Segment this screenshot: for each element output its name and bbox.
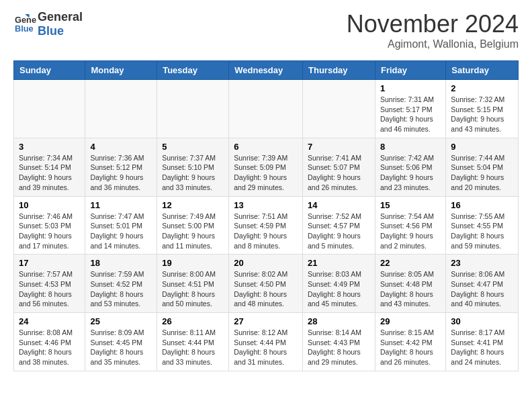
title-section: November 2024 Agimont, Wallonia, Belgium: [347, 10, 519, 50]
calendar-cell: 30Sunrise: 8:17 AMSunset: 4:41 PMDayligh…: [446, 313, 519, 371]
day-number: 6: [234, 142, 298, 152]
day-info: Sunrise: 8:05 AMSunset: 4:48 PMDaylight:…: [380, 269, 441, 309]
calendar-cell: 22Sunrise: 8:05 AMSunset: 4:48 PMDayligh…: [375, 255, 445, 313]
calendar-cell: 7Sunrise: 7:41 AMSunset: 5:07 PMDaylight…: [303, 138, 375, 196]
header-wednesday: Wednesday: [229, 61, 303, 80]
calendar-cell: [85, 80, 157, 138]
day-info: Sunrise: 7:52 AMSunset: 4:57 PMDaylight:…: [308, 212, 370, 251]
calendar-cell: 6Sunrise: 7:39 AMSunset: 5:09 PMDaylight…: [229, 138, 303, 196]
calendar-cell: 2Sunrise: 7:32 AMSunset: 5:15 PMDaylight…: [446, 80, 519, 138]
page: General Blue General Blue November 2024 …: [0, 0, 532, 381]
day-number: 2: [451, 83, 513, 93]
day-number: 8: [380, 142, 441, 152]
calendar-cell: 20Sunrise: 8:02 AMSunset: 4:50 PMDayligh…: [229, 255, 303, 313]
calendar-cell: 17Sunrise: 7:57 AMSunset: 4:53 PMDayligh…: [14, 255, 85, 313]
day-number: 27: [234, 316, 298, 326]
calendar-cell: 11Sunrise: 7:47 AMSunset: 5:01 PMDayligh…: [85, 196, 157, 255]
day-number: 24: [19, 316, 80, 326]
logo: General Blue General Blue: [13, 10, 83, 38]
header-tuesday: Tuesday: [157, 61, 229, 80]
day-number: 4: [90, 142, 152, 152]
day-number: 1: [380, 83, 441, 93]
calendar-cell: 24Sunrise: 8:08 AMSunset: 4:46 PMDayligh…: [14, 313, 85, 371]
calendar-cell: [229, 80, 303, 138]
day-number: 5: [162, 142, 224, 152]
calendar-week-5: 24Sunrise: 8:08 AMSunset: 4:46 PMDayligh…: [14, 313, 519, 371]
day-info: Sunrise: 7:49 AMSunset: 5:00 PMDaylight:…: [162, 212, 224, 251]
day-number: 18: [90, 258, 152, 268]
day-info: Sunrise: 8:06 AMSunset: 4:47 PMDaylight:…: [451, 269, 513, 309]
calendar-cell: 8Sunrise: 7:42 AMSunset: 5:06 PMDaylight…: [375, 138, 445, 196]
day-number: 29: [380, 316, 441, 326]
header-thursday: Thursday: [303, 61, 375, 80]
day-info: Sunrise: 7:51 AMSunset: 4:59 PMDaylight:…: [234, 212, 298, 251]
day-number: 23: [451, 258, 513, 268]
calendar-cell: 27Sunrise: 8:12 AMSunset: 4:44 PMDayligh…: [229, 313, 303, 371]
calendar-cell: 16Sunrise: 7:55 AMSunset: 4:55 PMDayligh…: [446, 196, 519, 255]
day-info: Sunrise: 8:02 AMSunset: 4:50 PMDaylight:…: [234, 269, 298, 309]
day-info: Sunrise: 8:00 AMSunset: 4:51 PMDaylight:…: [162, 269, 224, 309]
day-number: 30: [451, 316, 513, 326]
calendar-cell: 18Sunrise: 7:59 AMSunset: 4:52 PMDayligh…: [85, 255, 157, 313]
logo-icon: General Blue: [15, 13, 36, 35]
day-info: Sunrise: 7:55 AMSunset: 4:55 PMDaylight:…: [451, 212, 513, 251]
day-info: Sunrise: 7:47 AMSunset: 5:01 PMDaylight:…: [90, 212, 152, 251]
day-number: 7: [308, 142, 370, 152]
header-friday: Friday: [375, 61, 445, 80]
month-title: November 2024: [347, 10, 519, 38]
day-info: Sunrise: 7:32 AMSunset: 5:15 PMDaylight:…: [451, 95, 513, 134]
day-number: 11: [90, 200, 152, 210]
day-number: 28: [308, 316, 370, 326]
header-saturday: Saturday: [446, 61, 519, 80]
calendar-cell: 28Sunrise: 8:14 AMSunset: 4:43 PMDayligh…: [303, 313, 375, 371]
day-info: Sunrise: 7:31 AMSunset: 5:17 PMDaylight:…: [380, 95, 441, 134]
calendar-cell: [14, 80, 85, 138]
day-number: 25: [90, 316, 152, 326]
calendar-cell: 4Sunrise: 7:36 AMSunset: 5:12 PMDaylight…: [85, 138, 157, 196]
day-info: Sunrise: 8:11 AMSunset: 4:44 PMDaylight:…: [162, 328, 224, 367]
day-number: 22: [380, 258, 441, 268]
location: Agimont, Wallonia, Belgium: [347, 38, 519, 50]
calendar-header-row: Sunday Monday Tuesday Wednesday Thursday…: [14, 61, 519, 80]
day-info: Sunrise: 7:57 AMSunset: 4:53 PMDaylight:…: [19, 269, 80, 309]
calendar-week-2: 3Sunrise: 7:34 AMSunset: 5:14 PMDaylight…: [14, 138, 519, 196]
svg-text:Blue: Blue: [15, 24, 34, 34]
day-info: Sunrise: 7:37 AMSunset: 5:10 PMDaylight:…: [162, 153, 224, 193]
day-number: 12: [162, 200, 224, 210]
calendar-cell: 23Sunrise: 8:06 AMSunset: 4:47 PMDayligh…: [446, 255, 519, 313]
day-number: 16: [451, 200, 513, 210]
day-info: Sunrise: 7:44 AMSunset: 5:04 PMDaylight:…: [451, 153, 513, 193]
day-info: Sunrise: 8:12 AMSunset: 4:44 PMDaylight:…: [234, 328, 298, 367]
day-info: Sunrise: 7:59 AMSunset: 4:52 PMDaylight:…: [90, 269, 152, 309]
calendar-week-1: 1Sunrise: 7:31 AMSunset: 5:17 PMDaylight…: [14, 80, 519, 138]
logo-general-text: General: [38, 10, 83, 24]
calendar-cell: 10Sunrise: 7:46 AMSunset: 5:03 PMDayligh…: [14, 196, 85, 255]
day-number: 19: [162, 258, 224, 268]
day-number: 9: [451, 142, 513, 152]
calendar-cell: 1Sunrise: 7:31 AMSunset: 5:17 PMDaylight…: [375, 80, 445, 138]
day-info: Sunrise: 7:39 AMSunset: 5:09 PMDaylight:…: [234, 153, 298, 193]
calendar-cell: 9Sunrise: 7:44 AMSunset: 5:04 PMDaylight…: [446, 138, 519, 196]
day-info: Sunrise: 8:14 AMSunset: 4:43 PMDaylight:…: [308, 328, 370, 367]
day-info: Sunrise: 8:15 AMSunset: 4:42 PMDaylight:…: [380, 328, 441, 367]
calendar-cell: 5Sunrise: 7:37 AMSunset: 5:10 PMDaylight…: [157, 138, 229, 196]
day-info: Sunrise: 8:03 AMSunset: 4:49 PMDaylight:…: [308, 269, 370, 309]
day-number: 15: [380, 200, 441, 210]
day-number: 13: [234, 200, 298, 210]
day-info: Sunrise: 8:08 AMSunset: 4:46 PMDaylight:…: [19, 328, 80, 367]
calendar-cell: 26Sunrise: 8:11 AMSunset: 4:44 PMDayligh…: [157, 313, 229, 371]
day-info: Sunrise: 8:09 AMSunset: 4:45 PMDaylight:…: [90, 328, 152, 367]
day-info: Sunrise: 7:34 AMSunset: 5:14 PMDaylight:…: [19, 153, 80, 193]
calendar-cell: [157, 80, 229, 138]
header: General Blue General Blue November 2024 …: [13, 10, 519, 50]
day-info: Sunrise: 7:46 AMSunset: 5:03 PMDaylight:…: [19, 212, 80, 251]
calendar-cell: 13Sunrise: 7:51 AMSunset: 4:59 PMDayligh…: [229, 196, 303, 255]
calendar-cell: 14Sunrise: 7:52 AMSunset: 4:57 PMDayligh…: [303, 196, 375, 255]
calendar: Sunday Monday Tuesday Wednesday Thursday…: [13, 60, 519, 371]
day-number: 10: [19, 200, 80, 210]
day-info: Sunrise: 7:41 AMSunset: 5:07 PMDaylight:…: [308, 153, 370, 193]
calendar-cell: 19Sunrise: 8:00 AMSunset: 4:51 PMDayligh…: [157, 255, 229, 313]
header-sunday: Sunday: [14, 61, 85, 80]
header-monday: Monday: [85, 61, 157, 80]
calendar-week-3: 10Sunrise: 7:46 AMSunset: 5:03 PMDayligh…: [14, 196, 519, 255]
